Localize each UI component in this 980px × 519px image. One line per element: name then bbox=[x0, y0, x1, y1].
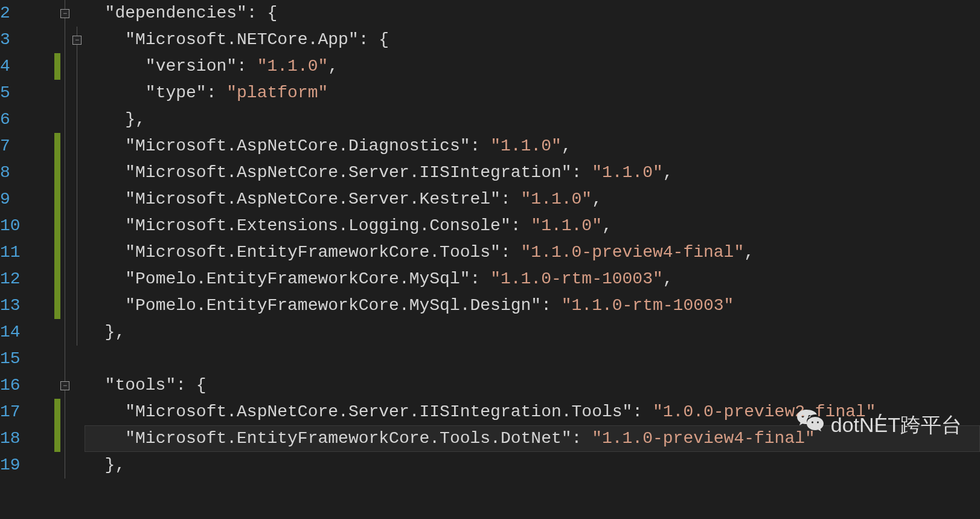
line-number: 3 bbox=[0, 27, 43, 53]
token-punct: : bbox=[501, 186, 521, 213]
fold-toggle-icon[interactable]: − bbox=[60, 9, 69, 18]
change-marker bbox=[54, 27, 60, 53]
change-marker bbox=[54, 425, 60, 452]
token-key: "version" bbox=[146, 53, 237, 80]
token-punct: , bbox=[562, 133, 572, 160]
token-punct: : bbox=[501, 239, 521, 266]
fold-gutter-cell bbox=[60, 106, 85, 133]
fold-gutter-cell bbox=[60, 425, 85, 452]
change-marker bbox=[54, 106, 60, 133]
token-punct: : { bbox=[247, 0, 277, 27]
token-punct: , bbox=[602, 213, 612, 239]
code-line[interactable]: "Microsoft.AspNetCore.Server.Kestrel": "… bbox=[85, 186, 980, 213]
line-number: 5 bbox=[0, 80, 43, 106]
token-punct: }, bbox=[105, 319, 126, 346]
token-punct: }, bbox=[125, 106, 146, 133]
code-line[interactable]: }, bbox=[85, 319, 980, 346]
token-punct: , bbox=[663, 160, 673, 186]
fold-gutter-cell: − bbox=[60, 372, 85, 399]
fold-gutter-cell bbox=[60, 80, 85, 106]
code-line[interactable]: }, bbox=[85, 452, 980, 479]
code-line[interactable]: "version": "1.1.0", bbox=[85, 53, 980, 80]
code-line[interactable]: "Microsoft.AspNetCore.Server.IISIntegrat… bbox=[85, 160, 980, 186]
token-string: "platform" bbox=[226, 80, 328, 106]
change-marker bbox=[54, 319, 60, 346]
code-line[interactable]: }, bbox=[85, 106, 980, 133]
line-number: 19 bbox=[0, 452, 43, 479]
line-number: 8 bbox=[0, 160, 43, 186]
fold-gutter-cell bbox=[60, 53, 85, 80]
token-punct: : bbox=[207, 80, 227, 106]
fold-toggle-icon[interactable]: − bbox=[60, 381, 69, 390]
fold-gutter-cell bbox=[60, 399, 85, 425]
fold-toggle-icon[interactable]: − bbox=[72, 36, 82, 45]
line-number: 4 bbox=[0, 53, 43, 80]
token-string: "1.1.0" bbox=[490, 133, 562, 160]
code-line[interactable]: "tools": { bbox=[85, 372, 980, 399]
line-number: 9 bbox=[0, 186, 43, 213]
token-punct: : bbox=[237, 53, 257, 80]
code-line[interactable]: "dependencies": { bbox=[85, 0, 980, 27]
code-line[interactable]: "type": "platform" bbox=[85, 80, 980, 106]
token-punct: : bbox=[470, 133, 491, 160]
line-number: 16 bbox=[0, 372, 43, 399]
token-punct: }, bbox=[105, 452, 126, 479]
token-string: "1.1.0-preview4-final" bbox=[521, 239, 745, 266]
code-line[interactable]: "Pomelo.EntityFrameworkCore.MySql.Design… bbox=[85, 292, 980, 319]
token-punct: , bbox=[744, 239, 754, 266]
line-number: 18 bbox=[0, 425, 43, 452]
token-key: "tools" bbox=[105, 372, 176, 399]
code-line[interactable]: "Microsoft.NETCore.App": { bbox=[85, 27, 980, 53]
change-marker bbox=[54, 266, 60, 292]
token-string: "1.1.0-rtm-10003" bbox=[562, 292, 734, 319]
token-key: "Microsoft.EntityFrameworkCore.Tools" bbox=[125, 239, 501, 266]
code-line[interactable]: "Microsoft.EntityFrameworkCore.Tools.Dot… bbox=[85, 425, 980, 452]
token-string: "1.0.0-preview2-final" bbox=[653, 399, 876, 425]
line-number: 17 bbox=[0, 399, 43, 425]
token-string: "1.1.0-preview4-final" bbox=[592, 425, 815, 452]
token-string: "1.1.0" bbox=[257, 53, 328, 80]
fold-gutter-cell bbox=[60, 239, 85, 266]
code-line[interactable] bbox=[85, 346, 980, 372]
code-line[interactable]: "Microsoft.AspNetCore.Server.IISIntegrat… bbox=[85, 399, 980, 425]
change-marker bbox=[54, 80, 60, 106]
code-line[interactable]: "Microsoft.Extensions.Logging.Console": … bbox=[85, 213, 980, 239]
token-punct: , bbox=[592, 186, 602, 213]
fold-gutter-cell bbox=[60, 160, 85, 186]
change-marker bbox=[54, 186, 60, 213]
fold-gutter-cell bbox=[60, 346, 85, 372]
token-key: "Pomelo.EntityFrameworkCore.MySql" bbox=[125, 266, 470, 292]
token-key: "dependencies" bbox=[105, 0, 247, 27]
token-string: "1.1.0" bbox=[531, 213, 602, 239]
code-line[interactable]: "Pomelo.EntityFrameworkCore.MySql": "1.1… bbox=[85, 266, 980, 292]
line-number: 11 bbox=[0, 239, 43, 266]
token-key: "Microsoft.AspNetCore.Diagnostics" bbox=[125, 133, 470, 160]
token-key: "Microsoft.AspNetCore.Server.IISIntegrat… bbox=[125, 399, 632, 425]
change-marker bbox=[54, 160, 60, 186]
token-punct: , bbox=[876, 399, 886, 425]
token-key: "Microsoft.Extensions.Logging.Console" bbox=[125, 213, 511, 239]
fold-gutter-cell bbox=[60, 266, 85, 292]
code-line[interactable]: "Microsoft.AspNetCore.Diagnostics": "1.1… bbox=[85, 133, 980, 160]
token-punct: , bbox=[663, 266, 673, 292]
line-number: 7 bbox=[0, 133, 43, 160]
token-key: "Pomelo.EntityFrameworkCore.MySql.Design… bbox=[125, 292, 541, 319]
token-string: "1.1.0-rtm-10003" bbox=[490, 266, 663, 292]
line-number: 13 bbox=[0, 292, 43, 319]
code-editor[interactable]: 2345678910111213141516171819−−− "depende… bbox=[0, 0, 980, 479]
code-line[interactable]: "Microsoft.EntityFrameworkCore.Tools": "… bbox=[85, 239, 980, 266]
line-number: 12 bbox=[0, 266, 43, 292]
change-marker bbox=[54, 346, 60, 372]
token-punct: , bbox=[328, 53, 338, 80]
line-number: 14 bbox=[0, 319, 43, 346]
fold-gutter-cell bbox=[60, 213, 85, 239]
token-punct: : bbox=[632, 399, 653, 425]
token-key: "type" bbox=[146, 80, 207, 106]
line-number: 10 bbox=[0, 213, 43, 239]
line-number: 6 bbox=[0, 106, 43, 133]
change-marker bbox=[54, 133, 60, 160]
line-number: 2 bbox=[0, 0, 43, 27]
change-marker bbox=[54, 399, 60, 425]
change-marker bbox=[54, 239, 60, 266]
fold-gutter-cell bbox=[60, 319, 85, 346]
